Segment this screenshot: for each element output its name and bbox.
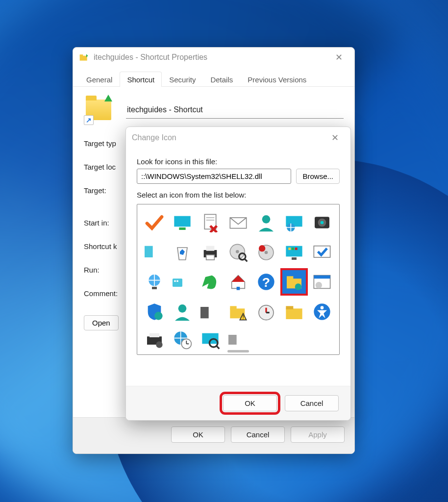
monitor-check-icon[interactable] [310, 241, 334, 264]
horizontal-scrollbar[interactable] [227, 350, 249, 352]
monitor-apps-icon[interactable] [282, 241, 306, 264]
svg-rect-55 [286, 306, 294, 309]
tab-shortcut[interactable]: Shortcut [120, 72, 162, 87]
change-icon-titlebar[interactable]: Change Icon ✕ [126, 127, 350, 149]
apply-button: Apply [291, 427, 345, 443]
globe-clock-icon[interactable] [171, 328, 194, 351]
partial-icon[interactable] [143, 241, 166, 264]
close-icon[interactable]: ✕ [325, 132, 345, 143]
svg-rect-0 [80, 56, 87, 61]
recycle-bin-icon[interactable] [171, 241, 194, 264]
printer-icon[interactable] [199, 241, 222, 264]
keyboard-icon[interactable] [171, 270, 194, 294]
home-network-icon[interactable] [226, 270, 250, 294]
monitor-search-icon[interactable] [199, 328, 222, 351]
svg-rect-1 [80, 54, 83, 56]
accessibility-icon[interactable] [310, 300, 334, 324]
svg-point-57 [321, 306, 324, 309]
svg-point-46 [178, 304, 186, 313]
svg-point-24 [259, 245, 265, 251]
tab-previous-versions[interactable]: Previous Versions [240, 72, 314, 87]
tab-general[interactable]: General [79, 72, 120, 87]
monitor-desktop-icon[interactable] [171, 211, 194, 234]
cancel-button[interactable]: Cancel [231, 427, 285, 443]
camera-lens-icon[interactable] [310, 211, 334, 234]
clock-stopwatch-icon[interactable] [254, 300, 278, 324]
svg-rect-47 [200, 307, 209, 318]
window-settings-icon[interactable] [310, 270, 334, 294]
svg-rect-68 [228, 335, 237, 345]
svg-point-8 [262, 215, 271, 224]
close-icon[interactable]: ✕ [329, 52, 348, 63]
folder-warning-icon[interactable]: ! [226, 300, 250, 324]
svg-line-67 [216, 346, 220, 349]
disc-uninstall-icon[interactable] [254, 241, 278, 264]
svg-rect-49 [230, 306, 236, 309]
change-icon-button-bar: OK Cancel [126, 386, 350, 420]
folder-shortcut-icon [79, 52, 89, 62]
tab-details[interactable]: Details [203, 72, 240, 87]
svg-rect-32 [152, 287, 157, 289]
change-icon-dialog: Change Icon ✕ Look for icons in this fil… [125, 126, 351, 421]
undo-arrow-green-icon[interactable] [199, 270, 222, 294]
svg-rect-33 [173, 279, 182, 287]
svg-rect-2 [174, 216, 190, 227]
svg-rect-35 [176, 280, 178, 282]
svg-point-19 [236, 250, 239, 253]
svg-line-21 [245, 259, 247, 261]
shortcut-large-icon: ↗ [84, 96, 113, 125]
window-title: itechguides - Shortcut Properties [94, 53, 207, 62]
svg-rect-16 [206, 246, 215, 251]
user-silhouette-icon[interactable] [254, 211, 278, 234]
checkmark-orange-icon[interactable] [143, 211, 166, 234]
svg-rect-36 [237, 287, 240, 290]
titlebar[interactable]: itechguides - Shortcut Properties ✕ [73, 48, 354, 67]
dialog-title: Change Icon [132, 133, 176, 142]
svg-rect-3 [179, 227, 185, 230]
icon-path-input[interactable] [137, 169, 291, 184]
svg-rect-28 [295, 248, 298, 250]
tab-security[interactable]: Security [162, 72, 203, 87]
svg-rect-40 [287, 276, 293, 280]
svg-rect-27 [292, 248, 294, 250]
tab-strip: General Shortcut Security Details Previo… [73, 69, 354, 87]
svg-point-60 [156, 341, 162, 348]
svg-text:?: ? [262, 275, 270, 290]
network-globe-icon[interactable] [143, 270, 166, 294]
cancel-button[interactable]: Cancel [285, 395, 339, 411]
user-teal-icon[interactable] [171, 300, 194, 324]
svg-rect-17 [206, 255, 215, 260]
svg-rect-25 [286, 246, 302, 256]
shortcut-name-field[interactable]: itechguides - Shortcut [126, 102, 344, 119]
svg-point-23 [265, 251, 268, 254]
svg-rect-54 [286, 308, 302, 319]
svg-point-44 [316, 282, 322, 288]
svg-point-45 [154, 312, 163, 320]
browse-button[interactable]: Browse... [296, 169, 340, 184]
svg-point-13 [321, 221, 324, 225]
svg-rect-43 [314, 276, 330, 279]
ok-button[interactable]: OK [171, 427, 225, 443]
ok-button[interactable]: OK [223, 395, 277, 411]
svg-rect-14 [145, 246, 153, 257]
select-icon-label: Select an icon from the list below: [137, 191, 340, 199]
svg-rect-34 [174, 280, 175, 282]
document-cancel-icon[interactable] [199, 211, 222, 234]
svg-rect-59 [149, 333, 159, 337]
partial-icon[interactable] [226, 328, 250, 351]
printer-camera-icon[interactable] [143, 328, 166, 351]
open-file-location-button[interactable]: Open [84, 315, 119, 330]
shield-defender-icon[interactable] [143, 300, 166, 324]
svg-rect-29 [292, 257, 297, 260]
help-question-icon[interactable]: ? [254, 270, 278, 294]
svg-text:!: ! [242, 314, 244, 320]
icon-list[interactable]: ? ! [137, 204, 340, 355]
folder-yellow-icon[interactable] [282, 300, 306, 324]
partial-icon[interactable] [199, 300, 222, 324]
folder-share-icon[interactable] [282, 270, 306, 294]
disc-search-icon[interactable] [226, 241, 250, 264]
look-for-icons-label: Look for icons in this file: [137, 157, 340, 166]
globe-monitor-icon[interactable] [282, 211, 306, 234]
properties-button-bar: OK Cancel Apply [73, 417, 354, 453]
mail-envelope-icon[interactable] [226, 211, 250, 234]
